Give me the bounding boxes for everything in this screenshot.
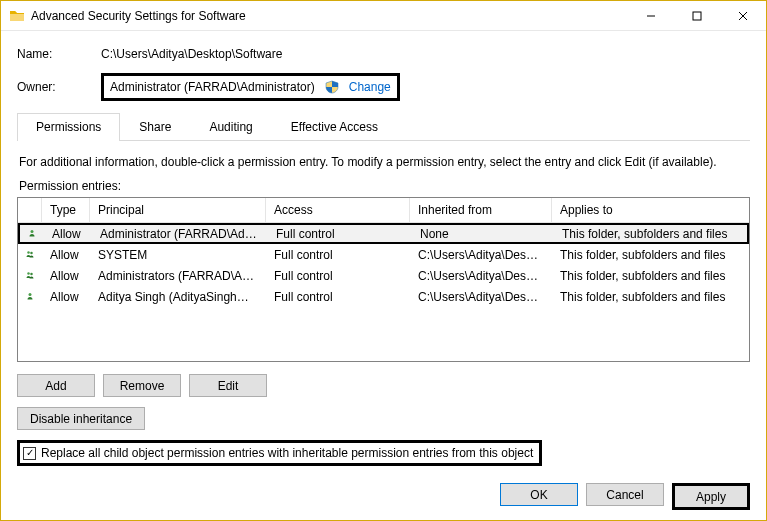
table-row[interactable]: AllowAdministrators (FARRAD\Ad...Full co… [18,265,749,286]
table-row[interactable]: AllowSYSTEMFull controlC:\Users\Aditya\D… [18,244,749,265]
cell-type: Allow [42,269,90,283]
close-button[interactable] [720,1,766,30]
minimize-button[interactable] [628,1,674,30]
name-label: Name: [17,47,101,61]
add-button[interactable]: Add [17,374,95,397]
cell-principal: Administrator (FARRAD\Admi... [92,227,268,241]
svg-rect-1 [693,12,701,20]
col-icon[interactable] [18,198,42,222]
owner-box: Administrator (FARRAD\Administrator) Cha… [101,73,400,101]
cell-applies: This folder, subfolders and files [552,269,749,283]
entries-label: Permission entries: [19,179,748,193]
maximize-button[interactable] [674,1,720,30]
svg-point-7 [27,272,30,275]
col-applies[interactable]: Applies to [552,198,749,222]
svg-point-8 [30,272,33,275]
replace-checkbox-row[interactable]: ✓ Replace all child object permission en… [17,440,542,466]
cell-type: Allow [42,248,90,262]
svg-point-9 [29,293,32,296]
cell-access: Full control [268,227,412,241]
cell-inherited: None [412,227,554,241]
replace-checkbox[interactable]: ✓ [23,447,36,460]
disable-inheritance-button[interactable]: Disable inheritance [17,407,145,430]
titlebar: Advanced Security Settings for Software [1,1,766,31]
info-text: For additional information, double-click… [19,155,748,169]
replace-checkbox-label: Replace all child object permission entr… [41,446,533,460]
table-body: AllowAdministrator (FARRAD\Admi...Full c… [18,223,749,361]
apply-button[interactable]: Apply [672,483,750,510]
cell-inherited: C:\Users\Aditya\Deskt... [410,248,552,262]
tab-permissions[interactable]: Permissions [17,113,120,141]
cell-applies: This folder, subfolders and files [552,290,749,304]
cell-inherited: C:\Users\Aditya\Deskt... [410,290,552,304]
svg-point-6 [30,251,33,254]
cell-principal: Aditya Singh (AdityaSingh@o... [90,290,266,304]
change-owner-link[interactable]: Change [349,80,391,94]
shield-icon [325,80,339,94]
cell-principal: SYSTEM [90,248,266,262]
tab-bar: Permissions Share Auditing Effective Acc… [17,113,750,141]
cell-inherited: C:\Users\Aditya\Deskt... [410,269,552,283]
cell-type: Allow [44,227,92,241]
cell-principal: Administrators (FARRAD\Ad... [90,269,266,283]
svg-point-5 [27,251,30,254]
col-inherited[interactable]: Inherited from [410,198,552,222]
tab-share[interactable]: Share [120,113,190,141]
owner-value: Administrator (FARRAD\Administrator) [110,80,315,94]
permissions-table: Type Principal Access Inherited from App… [17,197,750,362]
col-access[interactable]: Access [266,198,410,222]
table-header: Type Principal Access Inherited from App… [18,198,749,223]
cancel-button[interactable]: Cancel [586,483,664,506]
svg-point-4 [31,230,34,233]
cell-access: Full control [266,269,410,283]
ok-button[interactable]: OK [500,483,578,506]
cell-applies: This folder, subfolders and files [554,227,747,241]
table-row[interactable]: AllowAditya Singh (AdityaSingh@o...Full … [18,286,749,307]
folder-lock-icon [9,8,25,24]
cell-access: Full control [266,290,410,304]
col-principal[interactable]: Principal [90,198,266,222]
remove-button[interactable]: Remove [103,374,181,397]
tab-effective-access[interactable]: Effective Access [272,113,397,141]
owner-label: Owner: [17,80,101,94]
col-type[interactable]: Type [42,198,90,222]
user-icon [18,289,42,305]
table-row[interactable]: AllowAdministrator (FARRAD\Admi...Full c… [18,223,749,244]
cell-access: Full control [266,248,410,262]
edit-button[interactable]: Edit [189,374,267,397]
name-value: C:\Users\Aditya\Desktop\Software [101,47,282,61]
cell-applies: This folder, subfolders and files [552,248,749,262]
user-icon [18,247,42,263]
window-title: Advanced Security Settings for Software [31,9,628,23]
tab-auditing[interactable]: Auditing [190,113,271,141]
user-icon [20,226,44,242]
cell-type: Allow [42,290,90,304]
user-icon [18,268,42,284]
